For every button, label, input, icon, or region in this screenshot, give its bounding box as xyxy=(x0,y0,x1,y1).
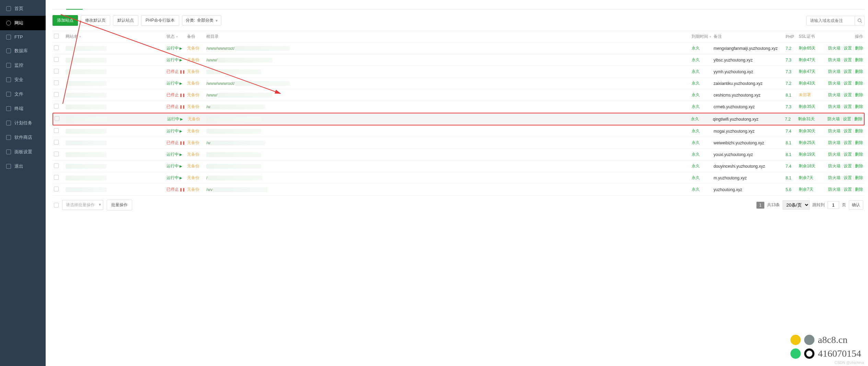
backup-cell[interactable]: 无备份 xyxy=(187,104,206,110)
sidebar-item-cron[interactable]: 计划任务 xyxy=(0,116,46,130)
settings-link[interactable]: 设置 xyxy=(843,117,851,121)
row-checkbox[interactable] xyxy=(54,175,59,180)
ssl-cell[interactable]: 剩余30天 xyxy=(799,128,825,134)
jump-confirm-button[interactable]: 确认 xyxy=(849,200,863,210)
delete-link[interactable]: 删除 xyxy=(855,57,863,62)
php-cell[interactable]: 8.1 xyxy=(786,152,799,157)
status-cell[interactable]: 运行中▶ xyxy=(166,128,187,134)
root-dir-cell[interactable]: /wv xyxy=(206,187,692,192)
modify-default-page-button[interactable]: 修改默认页 xyxy=(81,15,110,26)
root-dir-cell[interactable] xyxy=(206,129,692,134)
site-name[interactable] xyxy=(66,58,107,63)
firewall-link[interactable]: 防火墙 xyxy=(828,129,841,133)
ssl-cell[interactable]: 未部署 xyxy=(799,92,825,98)
backup-cell[interactable]: 无备份 xyxy=(187,163,206,169)
row-checkbox[interactable] xyxy=(54,57,59,62)
settings-link[interactable]: 设置 xyxy=(844,164,852,168)
ssl-cell[interactable]: 剩余7天 xyxy=(799,187,825,192)
status-cell[interactable]: 运行中▶ xyxy=(166,45,187,51)
status-cell[interactable]: 运行中▶ xyxy=(166,163,187,169)
sidebar-item-store[interactable]: 软件商店 xyxy=(0,130,46,145)
ssl-cell[interactable]: 剩余43天 xyxy=(799,80,825,86)
category-select[interactable]: 分类: 全部分类 ▾ xyxy=(182,15,221,25)
php-cell[interactable]: 7.2 xyxy=(786,81,799,86)
site-name[interactable] xyxy=(66,152,107,157)
delete-link[interactable]: 删除 xyxy=(855,164,863,168)
php-cell[interactable]: 7.2 xyxy=(785,117,798,122)
ssl-cell[interactable]: 剩余65天 xyxy=(799,45,825,51)
sidebar-item-home[interactable]: 首页 xyxy=(0,1,46,16)
firewall-link[interactable]: 防火墙 xyxy=(828,81,841,86)
delete-link[interactable]: 删除 xyxy=(855,175,863,180)
firewall-link[interactable]: 防火墙 xyxy=(828,104,841,109)
php-cell[interactable]: 7.4 xyxy=(786,164,799,169)
delete-link[interactable]: 删除 xyxy=(855,46,863,51)
sidebar-item-exit[interactable]: 退出 xyxy=(0,159,46,174)
ssl-cell[interactable]: 剩余47天 xyxy=(799,57,825,63)
php-cell[interactable]: 8.1 xyxy=(786,141,799,145)
header-expire[interactable]: 到期时间 xyxy=(692,34,708,39)
sidebar-item-file[interactable]: 文件 xyxy=(0,87,46,101)
sidebar-item-globe[interactable]: 网站 xyxy=(0,16,46,30)
settings-link[interactable]: 设置 xyxy=(844,187,852,192)
settings-link[interactable]: 设置 xyxy=(844,46,852,51)
root-dir-cell[interactable]: / xyxy=(206,176,692,180)
header-status[interactable]: 状态 xyxy=(166,34,175,39)
row-checkbox[interactable] xyxy=(54,128,59,133)
root-dir-cell[interactable]: /www/wwwroot/ xyxy=(206,46,692,51)
root-dir-cell[interactable]: /www/ xyxy=(206,58,692,63)
batch-action-button[interactable]: 批量操作 xyxy=(107,200,132,210)
settings-link[interactable]: 设置 xyxy=(844,104,852,109)
delete-link[interactable]: 删除 xyxy=(855,187,863,192)
header-name[interactable]: 网站名 xyxy=(66,34,78,39)
settings-link[interactable]: 设置 xyxy=(844,69,852,74)
site-name[interactable] xyxy=(66,93,107,98)
php-cell[interactable]: 7.3 xyxy=(786,104,799,109)
backup-cell[interactable]: 无备份 xyxy=(187,187,206,192)
row-checkbox[interactable] xyxy=(54,45,59,50)
delete-link[interactable]: 删除 xyxy=(855,104,863,109)
status-cell[interactable]: 已停止❚❚ xyxy=(166,92,187,98)
ssl-cell[interactable]: 剩余35天 xyxy=(799,104,825,110)
site-name[interactable] xyxy=(66,176,107,180)
root-dir-cell[interactable]: /w xyxy=(206,141,692,145)
row-checkbox[interactable] xyxy=(54,152,59,156)
status-cell[interactable]: 运行中▶ xyxy=(167,116,188,122)
backup-cell[interactable]: 无备份 xyxy=(187,80,206,86)
firewall-link[interactable]: 防火墙 xyxy=(828,69,841,74)
select-all-checkbox[interactable] xyxy=(54,34,59,38)
backup-cell[interactable]: 无备份 xyxy=(187,45,206,51)
ssl-cell[interactable]: 剩余25天 xyxy=(799,140,825,146)
settings-link[interactable]: 设置 xyxy=(844,175,852,180)
sidebar-item-ftp[interactable]: FTP xyxy=(0,30,46,44)
add-site-button[interactable]: 添加站点 xyxy=(53,15,78,26)
backup-cell[interactable]: 无备份 xyxy=(187,175,206,181)
sidebar-item-mon[interactable]: 监控 xyxy=(0,58,46,73)
firewall-link[interactable]: 防火墙 xyxy=(828,46,841,51)
row-checkbox[interactable] xyxy=(54,92,59,97)
settings-link[interactable]: 设置 xyxy=(844,140,852,145)
row-checkbox[interactable] xyxy=(54,69,59,74)
php-cli-version-button[interactable]: PHP命令行版本 xyxy=(141,15,179,26)
delete-link[interactable]: 删除 xyxy=(855,140,863,145)
ssl-cell[interactable]: 剩余47天 xyxy=(799,69,825,75)
site-name[interactable] xyxy=(66,141,107,145)
status-cell[interactable]: 已停止❚❚ xyxy=(166,187,187,192)
row-checkbox[interactable] xyxy=(54,163,59,168)
firewall-link[interactable]: 防火墙 xyxy=(828,57,841,62)
root-dir-cell[interactable]: /www/wwwroot/ xyxy=(206,81,692,86)
backup-cell[interactable]: 无备份 xyxy=(187,128,206,134)
php-cell[interactable]: 7.3 xyxy=(786,69,799,74)
per-page-select[interactable]: 20条/页 xyxy=(783,200,810,210)
site-name[interactable] xyxy=(66,129,107,134)
jump-page-input[interactable] xyxy=(828,201,839,209)
delete-link[interactable]: 删除 xyxy=(855,129,863,133)
search-icon[interactable] xyxy=(855,16,864,25)
root-dir-cell[interactable] xyxy=(206,164,692,169)
root-dir-cell[interactable]: /w xyxy=(206,104,692,109)
firewall-link[interactable]: 防火墙 xyxy=(828,187,841,192)
settings-link[interactable]: 设置 xyxy=(844,81,852,86)
settings-link[interactable]: 设置 xyxy=(844,129,852,133)
sidebar-item-panel[interactable]: 面板设置 xyxy=(0,145,46,159)
backup-cell[interactable]: 无备份 xyxy=(187,69,206,75)
